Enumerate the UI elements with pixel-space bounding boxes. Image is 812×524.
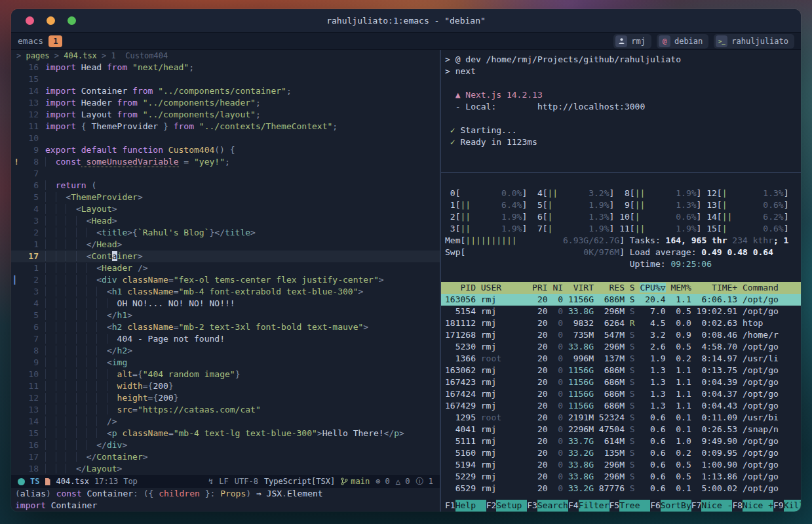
fkey-F8[interactable]: F8Nice + [732, 500, 773, 512]
process-row[interactable]: 5111 rmj 20 0 33.7G 614M S 0.6 1.0 9:49.… [441, 435, 801, 447]
process-row[interactable]: 167423 rmj 20 0 1156G 686M S 1.3 1.1 0:0… [441, 376, 801, 388]
code-line[interactable]: 11 width={200} [11, 380, 440, 392]
terminal-pane[interactable]: > @ dev /home/rmj/Projects/github/rahulj… [441, 50, 801, 173]
code-line[interactable]: 12import Layout from "../components/layo… [11, 109, 440, 121]
code-line[interactable]: 7 [11, 168, 440, 180]
code-line[interactable]: 13 src="https://cataas.com/cat" [11, 404, 440, 416]
fkey-F3[interactable]: F3Search [527, 500, 568, 512]
echo-area: (alias) const Container: ({ children }: … [11, 488, 440, 512]
fkey-F2[interactable]: F2Setup [486, 500, 528, 512]
cursor-position: 17:13 [94, 477, 118, 486]
code-line[interactable]: 9 <img [11, 357, 440, 369]
code-line[interactable]: 15 <p className="mb-4 text-lg text-blue-… [11, 428, 440, 439]
fkey-F9[interactable]: F9Kill [773, 500, 801, 512]
code-line[interactable]: 4 <Layout> [11, 203, 440, 215]
right-column: > @ dev /home/rmj/Projects/github/rahulj… [441, 50, 801, 512]
breadcrumb: > pages > 404.tsx > 1 Custom404 [11, 50, 440, 62]
code-line[interactable]: 13import Header from "../components/head… [11, 97, 440, 109]
code-line[interactable]: 14import Container from "../components/c… [11, 85, 440, 97]
code-line[interactable]: 10 alt={"404 random image"} [11, 369, 440, 380]
code-line[interactable]: 4 OH NO!... NO! NO! NO!!! [11, 298, 440, 310]
code-line[interactable]: !8 const someUnusedVariable = "yey!"; [11, 156, 440, 168]
code-line[interactable]: 9export default function Custom404() { [11, 144, 440, 156]
fkey-F6[interactable]: F6SortBy [650, 500, 691, 512]
code-line[interactable]: 12 height={200} [11, 392, 440, 404]
tmux-segment-rmj[interactable]: rmj [613, 34, 651, 49]
status-indicator-icon [18, 478, 25, 485]
titlebar: rahuljuliato:1:emacs - "debian" [11, 9, 801, 33]
code-line[interactable]: 1 </Head> [11, 239, 440, 251]
statusline-major-mode[interactable]: TypeScript[TSX] [264, 477, 335, 486]
code-line[interactable]: 1 <Header /> [11, 262, 440, 274]
code-line[interactable]: 14 /> [11, 416, 440, 428]
eldoc-line: import Container [15, 500, 440, 512]
code-line[interactable]: 5 <ThemeProvider> [11, 191, 440, 203]
code-line[interactable]: 16 </div> [11, 439, 440, 451]
tmux-segment-debian[interactable]: @debian [657, 34, 708, 49]
code-line[interactable]: 5 </h1> [11, 310, 440, 321]
file-icon [45, 478, 50, 485]
terminal-line [441, 77, 801, 89]
process-row[interactable]: 163062 rmj 20 0 1156G 686M S 1.3 1.1 0:1… [441, 365, 801, 376]
minimize-button[interactable] [47, 16, 55, 25]
code-line[interactable]: 16import Head from "next/head"; [11, 62, 440, 73]
process-row[interactable]: 167424 rmj 20 0 1156G 686M S 1.3 1.1 0:0… [441, 388, 801, 400]
process-row[interactable]: 4041 rmj 20 0 2296M 47504 S 0.6 0.1 0:26… [441, 424, 801, 435]
close-button[interactable] [26, 16, 34, 25]
code-line[interactable]: 3 <h1 className="mb-4 font-extrabold tex… [11, 286, 440, 298]
process-row[interactable]: 6529 rmj 20 0 33.2G 87776 S 0.6 0.1 5:00… [441, 483, 801, 494]
tmux-statusbar: emacs 1 rmj@debian>_rahuljuliato [11, 33, 801, 50]
code-line[interactable]: 18 </Layout> [11, 463, 440, 475]
process-row[interactable]: 1295 root 20 0 2191M 52324 S 0.6 0.1 0:1… [441, 412, 801, 424]
code-line[interactable]: 15 [11, 73, 440, 85]
code-line[interactable]: 6 <h2 className="mb-2 text-3xl font-bold… [11, 321, 440, 333]
process-row[interactable]: 5230 rmj 20 0 33.8G 296M S 2.6 0.5 4:58.… [441, 341, 801, 353]
git-branch[interactable]: main [341, 477, 370, 486]
process-row[interactable]: 167429 rmj 20 0 1156G 686M S 1.3 1.1 0:0… [441, 400, 801, 412]
swap-meter: Swp[ 0K/976M] Load average: 0.49 0.48 0.… [441, 247, 801, 258]
traffic-lights [26, 9, 76, 32]
terminal-output: > @ dev /home/rmj/Projects/github/rahulj… [441, 54, 801, 148]
statusline-encoding: UTF-8 [235, 477, 258, 486]
lsp-icon: ↯ [208, 477, 213, 486]
fkey-F5[interactable]: F5Tree [609, 500, 651, 512]
htop-pane[interactable]: 0[ 0.0%] 4[|| 3.2%] 8[|| 1.9%] 12[| 1.3%… [441, 173, 801, 512]
process-row[interactable]: 1366 root 20 0 996M 137M S 1.9 0.2 8:14.… [441, 353, 801, 365]
code-line[interactable]: 6 return ( [11, 180, 440, 191]
process-row[interactable]: 171268 rmj 20 0 735M 547M S 3.2 0.9 0:08… [441, 329, 801, 341]
cpu-meters: 0[ 0.0%] 4[|| 3.2%] 8[|| 1.9%] 12[| 1.3%… [441, 188, 801, 270]
code-line[interactable]: ▎2 <div className="fex-ol tems-center fl… [11, 274, 440, 286]
process-row[interactable]: 5194 rmj 20 0 33.8G 296M S 0.6 0.5 1:00.… [441, 459, 801, 471]
editor-pane[interactable]: > pages > 404.tsx > 1 Custom404 16import… [11, 50, 441, 512]
code-line[interactable]: 3 <Head> [11, 215, 440, 227]
process-row[interactable]: 5229 rmj 20 0 33.8G 296M S 0.6 0.5 1:13.… [441, 471, 801, 483]
user-icon [615, 35, 627, 47]
info-count: ⓘ 1 [416, 476, 433, 487]
tmux-segment-label: rmj [631, 37, 646, 46]
fkey-F1[interactable]: F1Help [445, 500, 486, 512]
process-row[interactable]: 163056 rmj 20 0 1156G 686M S 20.4 1.1 6:… [441, 294, 801, 306]
uptime-line: Uptime: 09:25:06 [441, 258, 801, 270]
code-line[interactable]: 11import { ThemeProvider } from "../cont… [11, 121, 440, 132]
fkey-F7[interactable]: F7Nice - [691, 500, 733, 512]
pane-container: > pages > 404.tsx > 1 Custom404 16import… [11, 50, 801, 512]
code-line[interactable]: 17 <Container> [11, 251, 440, 262]
process-row[interactable]: 5154 rmj 20 0 33.8G 296M S 7.0 0.5 19:02… [441, 306, 801, 317]
fkey-bar: F1Help F2Setup F3SearchF4FilterF5Tree F6… [441, 500, 801, 512]
process-row[interactable]: 181112 rmj 20 0 9832 6264 R 4.5 0.0 0:02… [441, 317, 801, 329]
maximize-button[interactable] [68, 16, 76, 25]
tmux-segment-label: debian [674, 37, 703, 46]
fkey-F4[interactable]: F4Filter [568, 500, 609, 512]
code-area[interactable]: 16import Head from "next/head"; 15 14imp… [11, 62, 440, 475]
code-line[interactable]: 7 404 - Page not found! [11, 333, 440, 345]
tmux-window-badge[interactable]: 1 [48, 35, 62, 47]
code-line[interactable]: 2 <title>{`Rahul's Blog`}</title> [11, 227, 440, 239]
process-row[interactable]: 5160 rmj 20 0 33.2G 135M S 0.6 0.2 0:09.… [441, 447, 801, 459]
code-line[interactable]: 8 </h2> [11, 345, 440, 357]
tmux-session-name[interactable]: emacs [18, 36, 43, 46]
process-table-header[interactable]: PID USER PRI NI VIRT RES S CPU%▽ MEM% TI… [441, 282, 801, 294]
tmux-segment-rahuljuliato[interactable]: >_rahuljuliato [714, 34, 794, 49]
code-line[interactable]: 17 </Container> [11, 451, 440, 463]
code-line[interactable]: 10 [11, 132, 440, 144]
tmux-status-left: emacs 1 [18, 35, 62, 47]
